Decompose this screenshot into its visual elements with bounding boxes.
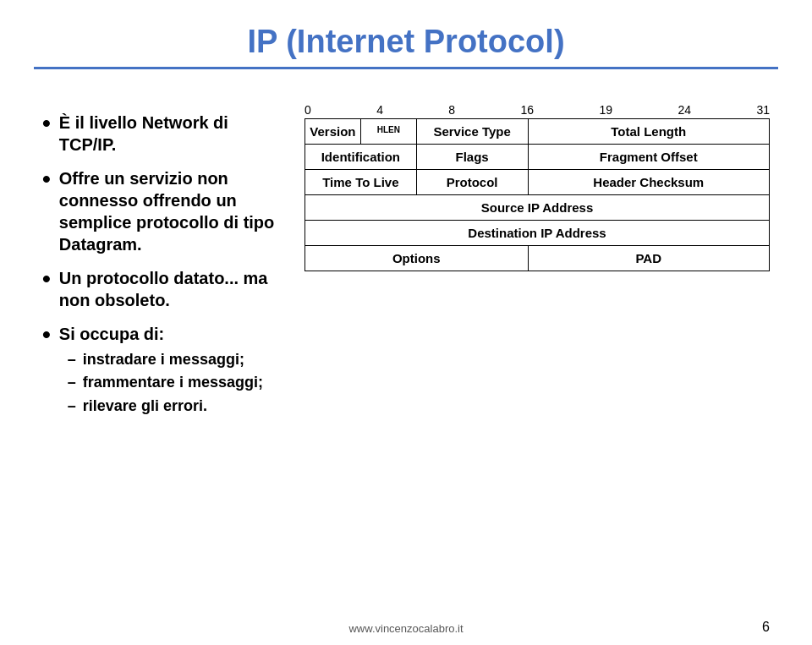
table-row: Options PAD: [305, 246, 770, 271]
bullet-text-2: Offre un servizio non connesso offrendo …: [59, 167, 279, 255]
table-row: Identification Flags Fragment Offset: [305, 145, 770, 170]
bullet-icon: •: [42, 167, 51, 191]
sub-bullet-text-3: rilevare gli errori.: [83, 396, 207, 416]
ttl-cell: Time To Live: [305, 170, 417, 195]
title-section: IP (Internet Protocol): [0, 0, 812, 78]
list-item: • Offre un servizio non connesso offrend…: [42, 167, 279, 255]
fragment-offset-cell: Fragment Offset: [528, 145, 770, 170]
header-checksum-cell: Header Checksum: [528, 170, 770, 195]
footer-url: www.vincenzocalabro.it: [348, 622, 463, 635]
sub-dash-icon: –: [68, 373, 76, 392]
bullet-icon: •: [42, 112, 51, 135]
version-cell: Version: [305, 119, 361, 145]
sub-bullet-text-1: instradare i messaggi;: [83, 350, 244, 369]
flags-cell: Flags: [416, 145, 528, 170]
sub-bullet-text-2: frammentare i messaggi;: [83, 373, 263, 392]
bit-0: 0: [304, 103, 311, 117]
sub-list-item: – frammentare i messaggi;: [68, 373, 279, 392]
sub-dash-icon: –: [68, 350, 76, 369]
footer: www.vincenzocalabro.it: [0, 622, 812, 635]
service-type-cell: Service Type: [416, 119, 528, 145]
identification-cell: Identification: [305, 145, 417, 170]
list-item: • È il livello Network di TCP/IP.: [42, 112, 279, 156]
list-item: • Un protocollo datato... ma non obsolet…: [42, 267, 279, 311]
page-number: 6: [762, 620, 770, 635]
sub-bullet-list: – instradare i messaggi; – frammentare i…: [59, 350, 279, 416]
ip-header-table: Version HLEN Service Type Total Length I…: [304, 118, 770, 271]
bullet-text-1: È il livello Network di TCP/IP.: [59, 112, 279, 156]
table-row: Time To Live Protocol Header Checksum: [305, 170, 770, 195]
title-divider: [34, 67, 778, 69]
bit-19: 19: [599, 103, 612, 117]
bit-4: 4: [376, 103, 383, 117]
table-row: Source IP Address: [305, 195, 770, 221]
bit-31: 31: [756, 103, 770, 117]
protocol-cell: Protocol: [416, 170, 528, 195]
bit-8: 8: [448, 103, 455, 117]
bullet-text-4: Si occupa di: – instradare i messaggi; –…: [59, 323, 279, 419]
page-title: IP (Internet Protocol): [0, 24, 812, 60]
table-row: Version HLEN Service Type Total Length: [305, 119, 770, 145]
bullet-icon: •: [42, 267, 51, 291]
sub-dash-icon: –: [68, 396, 76, 416]
diagram-section: 0 4 8 16 19 24 31 Version HLEN Service T…: [304, 103, 770, 431]
bit-24: 24: [678, 103, 691, 117]
bullet-list: • È il livello Network di TCP/IP. • Offr…: [42, 103, 279, 431]
hlen-cell: HLEN: [360, 119, 416, 145]
bullet-text-3: Un protocollo datato... ma non obsoleto.: [59, 267, 279, 311]
options-cell: Options: [305, 246, 529, 271]
total-length-cell: Total Length: [528, 119, 770, 145]
table-row: Destination IP Address: [305, 221, 770, 246]
dest-ip-cell: Destination IP Address: [305, 221, 770, 246]
source-ip-cell: Source IP Address: [305, 195, 770, 221]
pad-cell: PAD: [528, 246, 770, 271]
sub-list-item: – instradare i messaggi;: [68, 350, 279, 369]
hlen-label: HLEN: [377, 125, 400, 134]
bullet-icon: •: [42, 323, 51, 347]
sub-list-item: – rilevare gli errori.: [68, 396, 279, 416]
bit-numbers-row: 0 4 8 16 19 24 31: [304, 103, 770, 118]
main-content: • È il livello Network di TCP/IP. • Offr…: [0, 86, 812, 431]
bit-16: 16: [521, 103, 535, 117]
list-item: • Si occupa di: – instradare i messaggi;…: [42, 323, 279, 419]
